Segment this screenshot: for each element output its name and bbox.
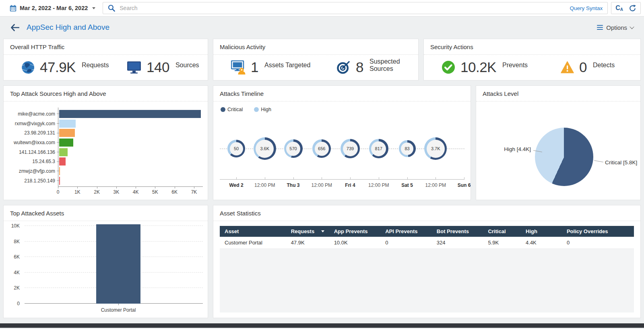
bar[interactable]: [59, 120, 76, 128]
bar-customer-portal[interactable]: [96, 224, 140, 304]
bar-category-label: wultewn@ixxa.com: [10, 140, 55, 145]
column-header-critical[interactable]: Critical: [483, 226, 521, 237]
panel-attacks-timeline: Attacks Timeline Critical High 503.6K570…: [213, 85, 471, 200]
metric-value: 8: [356, 59, 363, 75]
axis-tick-label: 12:00 PM: [425, 182, 446, 188]
bar-row: mike@acme.com: [10, 109, 203, 119]
legend-dot-critical: [221, 107, 225, 112]
axis-tick-label: 6K: [14, 254, 20, 260]
bar[interactable]: [59, 167, 60, 175]
axis-tick: [379, 177, 379, 180]
panel-asset-statistics: Asset Statistics AssetRequestsApp Preven…: [213, 205, 641, 318]
attacks-level-pie[interactable]: [535, 128, 593, 186]
chevron-down-icon: [92, 7, 95, 9]
panel-overall-http-traffic: Overall HTTP Traffic 47.9K Requests 140 …: [3, 39, 208, 81]
timeline-donut[interactable]: 83: [399, 140, 416, 157]
timeline-donut[interactable]: 570: [284, 139, 303, 158]
panel-title: Security Actions: [424, 39, 640, 55]
timeline-legend: Critical High: [213, 101, 471, 112]
legend-label: Critical: [227, 107, 243, 112]
sort-descending-icon[interactable]: [321, 230, 324, 232]
axis-tick-label: 12:00 PM: [254, 182, 275, 188]
column-header-asset[interactable]: Asset: [220, 226, 286, 237]
legend-item-critical[interactable]: Critical: [221, 107, 243, 112]
table-empty-area: [220, 249, 634, 312]
bar[interactable]: [59, 177, 60, 185]
axis-tick: [58, 187, 58, 188]
table-cell: Customer Portal: [220, 237, 286, 248]
timeline-value: 570: [289, 146, 297, 151]
table-header-row: AssetRequestsApp PreventsAPI PreventsBot…: [220, 226, 634, 237]
search-icon: [108, 4, 115, 12]
timeline-donut[interactable]: 739: [341, 139, 360, 158]
panel-title: Top Attack Sources High and Above: [4, 86, 208, 101]
warning-icon: [561, 61, 574, 73]
options-button[interactable]: Options: [597, 24, 634, 31]
table-cell: 47.9K: [286, 237, 329, 248]
legend-item-high[interactable]: High: [254, 107, 271, 112]
metric-suspected-sources: 8 Suspected Sources: [336, 59, 418, 75]
axis-tick-label: Sat 5: [401, 182, 413, 188]
panel-title: Asset Statistics: [213, 205, 640, 221]
search-box[interactable]: Query Syntax: [103, 2, 608, 14]
metric-label: Suspected Sources: [369, 58, 418, 72]
metrics-row: 10.2K Prevents 0 Detects: [424, 55, 640, 75]
column-header-api-prevents[interactable]: API Prevents: [380, 226, 432, 237]
refresh-icon[interactable]: [629, 4, 636, 12]
asset-statistics-table: AssetRequestsApp PreventsAPI PreventsBot…: [220, 226, 634, 312]
column-header-policy-overrides[interactable]: Policy Overrides: [562, 226, 634, 237]
query-syntax-link[interactable]: Query Syntax: [570, 5, 603, 11]
chevron-down-icon: [630, 25, 634, 29]
bar[interactable]: [59, 110, 201, 118]
metrics-row: 47.9K Requests 140 Sources: [4, 55, 208, 75]
search-input[interactable]: [119, 4, 566, 12]
panel-top-attacked-assets: Top Attacked Assets 02K4K6K8K10K Custome…: [3, 205, 208, 318]
pie-leader-line: [594, 160, 603, 162]
axis-tick-label: Sun 6: [458, 182, 471, 188]
date-range-label: Mar 2, 2022 - Mar 6, 2022: [20, 5, 88, 11]
panel-title: Attacks Timeline: [213, 86, 471, 101]
date-range-picker[interactable]: Mar 2, 2022 - Mar 6, 2022: [10, 5, 95, 12]
timeline-donut[interactable]: 3.7K: [424, 137, 447, 160]
bar[interactable]: [59, 129, 75, 137]
column-header-bot-prevents[interactable]: Bot Prevents: [432, 226, 483, 237]
metric-label: Assets Targeted: [264, 62, 310, 69]
match-case-icon[interactable]: CA: [615, 5, 623, 12]
timeline-value: 656: [318, 146, 325, 151]
axis-tick-label: 4K: [133, 189, 139, 195]
y-axis-labels: 02K4K6K8K10K: [6, 226, 22, 304]
bar[interactable]: [59, 139, 73, 147]
table-row[interactable]: Customer Portal47.9K10.0K03245.9K4.4K0: [220, 237, 634, 249]
timeline-value: 3.7K: [431, 146, 440, 151]
top-bar: Mar 2, 2022 - Mar 6, 2022 Query Syntax C…: [0, 0, 644, 17]
axis-tick: [116, 187, 117, 188]
metric-value: 1: [251, 59, 258, 75]
column-header-high[interactable]: High: [521, 226, 562, 237]
bar-row: 218.1.250.149: [10, 176, 203, 186]
globe-icon: [21, 61, 35, 74]
axis-tick-label: 10K: [11, 223, 20, 229]
bar[interactable]: [59, 157, 66, 166]
metric-assets-targeted: 1 Assets Targeted: [231, 59, 336, 75]
column-header-app-prevents[interactable]: App Prevents: [329, 226, 381, 237]
timeline-donut[interactable]: 50: [227, 140, 245, 157]
calendar-icon: [10, 5, 17, 12]
bar-category-label: mike@acme.com: [10, 111, 55, 117]
bottom-edge-bar: [0, 323, 644, 328]
timeline-donut[interactable]: 656: [312, 139, 331, 158]
legend-dot-high: [254, 107, 259, 112]
bar[interactable]: [59, 148, 68, 156]
options-label: Options: [606, 24, 627, 31]
axis-tick-label: 8K: [14, 239, 20, 244]
back-button[interactable]: [10, 24, 19, 31]
target-icon: [336, 60, 351, 74]
search-tools: CA: [611, 2, 641, 14]
axis-tick: [155, 187, 155, 188]
timeline-donut[interactable]: 3.6K: [254, 137, 276, 160]
metric-value: 140: [147, 59, 169, 75]
timeline-donut[interactable]: 817: [369, 139, 388, 158]
bar-category-label: rxmw@vixgyk.com: [10, 121, 55, 126]
metric-requests: 47.9K Requests: [21, 59, 127, 75]
panel-title: Overall HTTP Traffic: [4, 39, 208, 55]
column-header-requests[interactable]: Requests: [286, 226, 329, 237]
